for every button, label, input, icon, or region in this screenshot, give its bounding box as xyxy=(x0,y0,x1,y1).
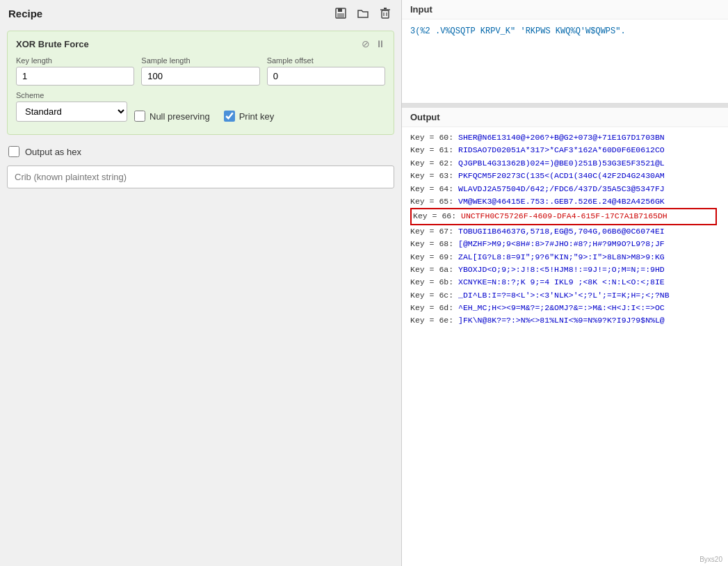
recipe-title: Recipe xyxy=(8,8,42,19)
key-value: YBOXJD<O;9;>:J!8:<5!HJM8!:=9J!=;O;M=N;=:… xyxy=(458,265,665,274)
xor-block: XOR Brute Force ⊘ ⏸ Key length Sample le… xyxy=(7,31,394,135)
output-line: Key = 63: PKFQCM5F20273C(135<(ACD1(340C(… xyxy=(410,170,720,182)
output-as-hex-row: Output as hex xyxy=(8,146,393,157)
output-line: Key = 67: TOBUGI1B64637G,5718,EG@5,704G,… xyxy=(410,225,720,238)
key-label: Key = 6c: xyxy=(410,291,458,300)
output-line: Key = 64: WLAVDJ2A57504D/642;/FDC6/437D/… xyxy=(410,183,720,195)
key-value: TOBUGI1B64637G,5718,EG@5,704G,06B6@0C607… xyxy=(458,227,665,236)
recipe-header: Recipe xyxy=(0,0,401,26)
input-header: Input xyxy=(402,0,728,19)
sample-offset-field: Sample offset xyxy=(267,56,385,86)
left-panel: Recipe xyxy=(0,0,402,566)
key-value: WLAVDJ2A57504D/642;/FDC6/437D/35A5C3@534… xyxy=(458,184,665,193)
xor-title: XOR Brute Force xyxy=(16,39,89,49)
print-key-checkbox-item[interactable]: Print key xyxy=(224,111,275,122)
key-label: Key = 69: xyxy=(410,252,458,261)
key-label: Key = 64: xyxy=(410,184,458,193)
key-value: [@MZHF>M9;9<8H#:8>7#JHO:#8?;H#?9M9O?L9?8… xyxy=(458,239,665,248)
output-line: Key = 6b: XCNYKE=N:8:?;K 9;=4 IKL9 ;<8K … xyxy=(410,276,720,289)
delete-icon[interactable] xyxy=(378,6,393,21)
output-header: Output xyxy=(402,108,728,127)
output-line: Key = 6c: _DI^LB:I=?=8<L'>:<3'NLK>'<;?L'… xyxy=(410,289,720,302)
key-label: Key = 63: xyxy=(410,171,458,180)
key-label: Key = 62: xyxy=(410,159,458,168)
key-label: Key = 6e: xyxy=(410,316,458,325)
key-value: ^EH_MC;H<><9=M&?=;2&OMJ?&=:>M&:<H<J:I<:=… xyxy=(458,303,665,312)
xor-header-icons: ⊘ ⏸ xyxy=(362,38,385,49)
sample-length-label: Sample length xyxy=(141,56,259,65)
key-value: RIDSAO7D02051A*317>*CAF3*162A*60D0F6E061… xyxy=(458,145,665,154)
print-key-checkbox[interactable] xyxy=(224,111,235,122)
recipe-icons xyxy=(333,6,393,21)
null-preserving-label: Null preserving xyxy=(149,111,210,122)
xor-row-2: Scheme Standard Alternative Null preserv… xyxy=(16,91,385,122)
sample-length-input[interactable] xyxy=(141,67,259,86)
key-value: SHER@N6E13140@+206?+B@G2+073@+71E1G7D170… xyxy=(458,133,665,142)
print-key-label: Print key xyxy=(239,111,275,122)
disable-icon[interactable]: ⊘ xyxy=(362,38,370,49)
key-value: XCNYKE=N:8:?;K 9;=4 IKL9 ;<8K <:N:L<O:<;… xyxy=(458,277,665,286)
key-label: Key = 68: xyxy=(410,239,458,248)
svg-rect-3 xyxy=(382,10,389,18)
output-as-hex-label: Output as hex xyxy=(25,147,81,157)
crib-input[interactable] xyxy=(7,165,394,188)
key-label: Key = 65: xyxy=(410,197,458,206)
key-label: Key = 6d: xyxy=(410,303,458,312)
input-section: Input 3(%2 .V%QSQTP KRPV_K" 'RKPWS KWQ%Q… xyxy=(402,0,728,104)
key-value: UNCTFH0C75726F-4609-DFA4-615F-17C7A1B716… xyxy=(461,211,668,220)
null-preserving-checkbox-item[interactable]: Null preserving xyxy=(134,111,210,122)
output-line: Key = 60: SHER@N6E13140@+206?+B@G2+073@+… xyxy=(410,131,720,144)
scheme-label: Scheme xyxy=(16,91,127,99)
key-value: VM@WEK3@46415E.753:.GEB7.526E.24@4B2A425… xyxy=(458,197,665,206)
key-label: Key = 66: xyxy=(413,211,461,220)
output-line: Key = 68: [@MZHF>M9;9<8H#:8>7#JHO:#8?;H#… xyxy=(410,238,720,250)
scheme-select[interactable]: Standard Alternative xyxy=(16,102,127,122)
output-line: Key = 66: UNCTFH0C75726F-4609-DFA4-615F-… xyxy=(410,208,717,225)
output-line: Key = 6a: YBOXJD<O;9;>:J!8:<5!HJM8!:=9J!… xyxy=(410,264,720,276)
xor-checkboxes: Null preserving Print key xyxy=(134,111,274,122)
xor-block-header: XOR Brute Force ⊘ ⏸ xyxy=(16,38,385,49)
input-text: 3(%2 .V%QSQTP KRPV_K" 'RKPWS KWQ%Q'W$QWP… xyxy=(410,26,626,36)
key-value: ZAL[IG?L8:8=9I";9?6"KIN;"9>:I">8L8N>M8>9… xyxy=(458,252,665,261)
pause-icon[interactable]: ⏸ xyxy=(375,38,385,49)
key-label: Key = 6b: xyxy=(410,277,458,286)
scheme-field: Scheme Standard Alternative xyxy=(16,91,127,122)
sample-length-field: Sample length xyxy=(141,56,259,86)
output-line: Key = 61: RIDSAO7D02051A*317>*CAF3*162A*… xyxy=(410,144,720,156)
input-content: 3(%2 .V%QSQTP KRPV_K" 'RKPWS KWQ%Q'W$QWP… xyxy=(402,19,728,103)
output-line: Key = 69: ZAL[IG?L8:8=9I";9?6"KIN;"9>:I"… xyxy=(410,251,720,264)
crib-input-container xyxy=(7,165,394,188)
key-label: Key = 61: xyxy=(410,145,458,154)
output-as-hex-checkbox[interactable] xyxy=(8,146,19,157)
key-value: PKFQCM5F20273C(135<(ACD1(340C(42F2D4G243… xyxy=(458,171,665,180)
folder-icon[interactable] xyxy=(355,6,371,21)
svg-rect-2 xyxy=(337,13,344,17)
output-line: Key = 6d: ^EH_MC;H<><9=M&?=;2&OMJ?&=:>M&… xyxy=(410,302,720,314)
save-icon[interactable] xyxy=(333,6,348,21)
key-value: _DI^LB:I=?=8<L'>:<3'NLK>'<;?L';=I=K;H=;<… xyxy=(458,291,670,300)
svg-rect-1 xyxy=(338,8,342,12)
key-label: Key = 67: xyxy=(410,227,458,236)
key-length-field: Key length xyxy=(16,56,134,86)
key-length-label: Key length xyxy=(16,56,134,65)
watermark: Byxs20 xyxy=(699,556,722,563)
key-label: Key = 60: xyxy=(410,133,458,142)
sample-offset-label: Sample offset xyxy=(267,56,385,65)
key-value: ]FK\N@8K?=?:>N%<>81%LNI<%9=N%9?K?I9J?9$N… xyxy=(458,316,665,325)
null-preserving-checkbox[interactable] xyxy=(134,111,145,122)
key-value: QJGPBL4G31362B)024=)@BE0)251B)53G3E5F352… xyxy=(458,159,665,168)
right-panel: Input 3(%2 .V%QSQTP KRPV_K" 'RKPWS KWQ%Q… xyxy=(402,0,728,566)
output-section: Output Key = 60: SHER@N6E13140@+206?+B@G… xyxy=(402,108,728,566)
key-length-input[interactable] xyxy=(16,67,134,86)
output-content[interactable]: Key = 60: SHER@N6E13140@+206?+B@G2+073@+… xyxy=(402,127,728,566)
xor-row-1: Key length Sample length Sample offset xyxy=(16,56,385,86)
key-label: Key = 6a: xyxy=(410,265,458,274)
output-line: Key = 65: VM@WEK3@46415E.753:.GEB7.526E.… xyxy=(410,195,720,208)
sample-offset-input[interactable] xyxy=(267,67,385,86)
output-line: Key = 6e: ]FK\N@8K?=?:>N%<>81%LNI<%9=N%9… xyxy=(410,314,720,327)
output-line: Key = 62: QJGPBL4G31362B)024=)@BE0)251B)… xyxy=(410,157,720,170)
